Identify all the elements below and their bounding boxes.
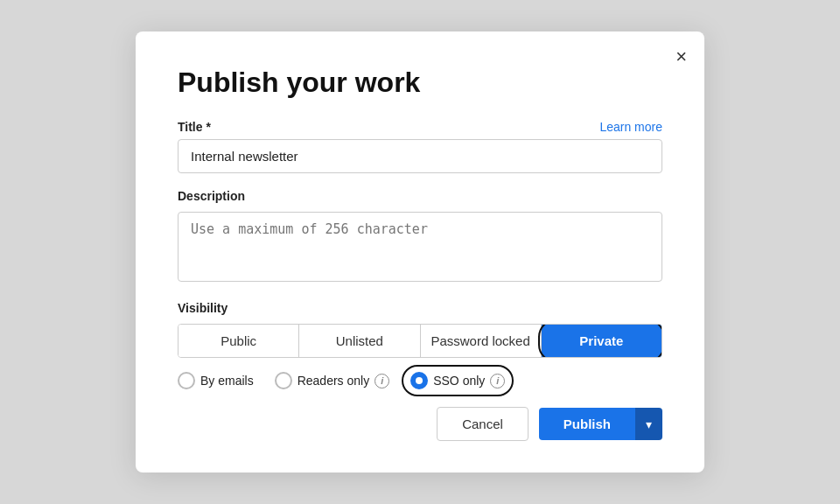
radio-by-emails[interactable]: By emails: [178, 372, 254, 389]
radio-circle-emails: [178, 372, 195, 389]
radio-label-sso: SSO only: [433, 374, 485, 388]
tab-password-locked[interactable]: Password locked: [421, 325, 542, 357]
tab-unlisted[interactable]: Unlisted: [299, 325, 420, 357]
modal-title: Publish your work: [178, 66, 662, 99]
cancel-button[interactable]: Cancel: [437, 407, 528, 441]
radio-label-emails: By emails: [200, 374, 254, 388]
description-input[interactable]: [178, 212, 662, 282]
description-label: Description: [178, 189, 662, 203]
publish-modal: × Publish your work Title * Learn more D…: [136, 32, 704, 472]
title-input[interactable]: [178, 139, 662, 173]
radio-sso-only[interactable]: SSO only i: [410, 372, 505, 389]
publish-button[interactable]: Publish: [539, 408, 635, 440]
tab-private[interactable]: Private: [542, 325, 662, 357]
visibility-tabs: Public Unlisted Password locked Private: [178, 324, 662, 358]
tab-public[interactable]: Public: [178, 325, 299, 357]
title-label: Title *: [178, 120, 211, 134]
publish-button-group: Publish ▾: [539, 408, 662, 440]
publish-dropdown-button[interactable]: ▾: [635, 408, 662, 440]
close-button[interactable]: ×: [676, 47, 687, 66]
radio-label-readers: Readers only: [298, 374, 370, 388]
info-icon-sso[interactable]: i: [490, 374, 505, 388]
modal-overlay: × Publish your work Title * Learn more D…: [0, 0, 840, 504]
radio-circle-readers: [275, 372, 292, 389]
radio-row: By emails Readers only i SSO only i: [178, 372, 662, 389]
info-icon-readers[interactable]: i: [374, 374, 389, 388]
radio-readers-only[interactable]: Readers only i: [275, 372, 390, 389]
radio-circle-sso: [410, 372, 428, 389]
action-row: Cancel Publish ▾: [178, 407, 662, 441]
learn-more-link[interactable]: Learn more: [599, 120, 662, 134]
visibility-label: Visibility: [178, 301, 662, 315]
title-field-row: Title * Learn more: [178, 120, 662, 134]
